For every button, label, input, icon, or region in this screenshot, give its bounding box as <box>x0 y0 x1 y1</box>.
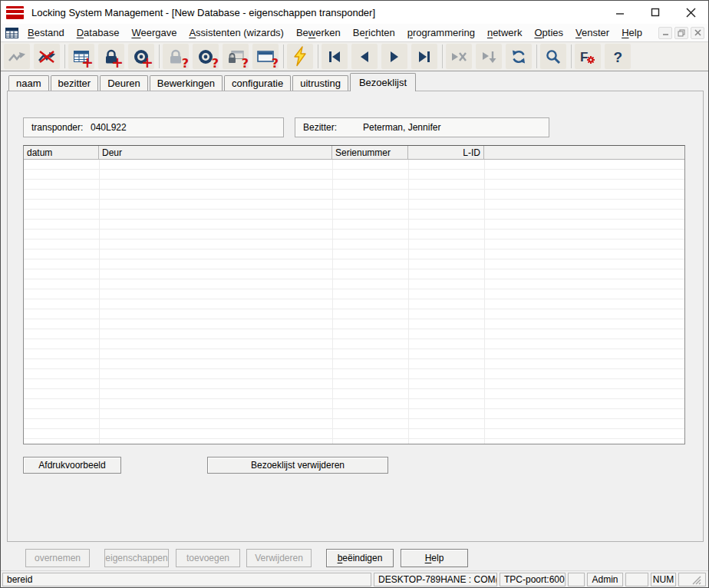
menu-assistenten-wizards[interactable]: Assistenten (wizards) <box>183 25 290 40</box>
maximize-icon <box>651 8 660 17</box>
toevoegen-button: toevoegen <box>176 549 240 567</box>
help-q-button[interactable]: ? <box>605 44 631 69</box>
menu-help[interactable]: Help <box>615 25 648 40</box>
lock-query-button[interactable]: ? <box>163 44 189 69</box>
status-resize-grip <box>678 573 706 586</box>
search-button[interactable] <box>540 44 566 69</box>
status-host-com: DESKTOP-789HANE : COM(*) <box>374 573 497 586</box>
lock-add-button[interactable]: + <box>98 44 124 69</box>
tab-bewerkingen[interactable]: Bewerkingen <box>150 75 223 91</box>
menu-berichten[interactable]: Berichten <box>347 25 401 40</box>
window-controls <box>602 1 708 24</box>
tab-bar: naambezitterDeurenBewerkingenconfigurati… <box>8 72 417 91</box>
print-preview-button[interactable]: Afdrukvoorbeeld <box>23 457 121 474</box>
resize-grip-icon[interactable] <box>692 576 701 586</box>
nav-last-button[interactable] <box>411 44 437 69</box>
toolbar-separator <box>318 45 318 68</box>
toolbar-separator <box>159 45 160 68</box>
question-overlay-icon: ? <box>272 58 279 70</box>
menu-database[interactable]: Database <box>71 25 126 40</box>
nav-skip-down-button <box>476 44 502 69</box>
maximize-button[interactable] <box>638 1 673 24</box>
search-icon <box>544 48 562 65</box>
mdi-restore-button[interactable] <box>674 27 688 39</box>
question-overlay-icon: ? <box>212 58 219 70</box>
menu-programmering[interactable]: programmering <box>401 25 481 40</box>
mdi-minimize-button[interactable] <box>658 27 672 39</box>
filter-gear-button[interactable]: F <box>575 44 601 69</box>
transponder-query-button[interactable]: ? <box>193 44 219 69</box>
table-add-button[interactable]: + <box>68 44 94 69</box>
mdi-close-icon <box>694 29 701 36</box>
jump-arrow-delete-icon <box>37 48 57 65</box>
statusbar: bereidDESKTOP-789HANE : COM(*)TPC-poort:… <box>1 570 708 587</box>
mdi-restore-icon <box>678 29 685 37</box>
menu-netwerk[interactable]: netwerk <box>481 25 529 40</box>
nav-next-button[interactable] <box>381 44 407 69</box>
minimize-button[interactable] <box>602 1 638 24</box>
menu-venster[interactable]: Venster <box>569 25 615 40</box>
close-button[interactable] <box>673 1 708 24</box>
nav-skip-down-icon <box>480 49 498 64</box>
window-query-button[interactable]: ? <box>252 44 279 69</box>
nav-last-icon <box>416 49 433 64</box>
menubar: BestandDatabaseWeergaveAssistenten (wiza… <box>1 24 708 41</box>
transponder-label: transponder: <box>31 122 83 133</box>
status-ready: bereid <box>2 573 371 586</box>
status-tpc-port: TPC-poort:6001 <box>500 573 566 586</box>
jump-arrow-icon <box>7 48 27 65</box>
eigenschappen-button: eigenschappen <box>104 549 169 567</box>
menu-opties[interactable]: Opties <box>528 25 569 40</box>
table-gridline <box>408 160 409 444</box>
status-num-lock: NUM <box>651 573 676 586</box>
transponder-add-button[interactable]: + <box>128 44 154 69</box>
filter-gear-icon: F <box>578 48 598 65</box>
verwijderen-button: Verwijderen <box>246 549 312 567</box>
tab-configuratie[interactable]: configuratie <box>224 75 291 91</box>
tab-uitrusting[interactable]: uitrusting <box>292 75 348 91</box>
tab-bezitter[interactable]: bezitter <box>51 75 99 91</box>
beindigen-button[interactable]: beëindigen <box>326 549 394 567</box>
column-header-datum[interactable]: datum <box>24 146 99 159</box>
titlebar: Locking System Management - [New Databas… <box>1 1 708 24</box>
column-header-deur[interactable]: Deur <box>99 146 332 159</box>
nav-first-icon <box>326 49 343 64</box>
tab-bezoeklijst[interactable]: Bezoeklijst <box>350 73 416 91</box>
jump-arrow-delete-button[interactable] <box>34 44 60 69</box>
nav-next-icon <box>386 49 403 64</box>
menu-weergave[interactable]: Weergave <box>125 25 183 40</box>
mdi-close-button[interactable] <box>691 27 704 39</box>
app-window: Locking System Management - [New Databas… <box>0 0 709 588</box>
column-header-filler <box>484 146 684 159</box>
refresh-button[interactable] <box>506 44 532 69</box>
menu-bewerken[interactable]: Bewerken <box>290 25 347 40</box>
document-icon <box>5 28 18 38</box>
toolbar-separator <box>64 45 65 68</box>
jump-arrow-button <box>4 44 30 69</box>
visit-table-body[interactable] <box>24 160 684 444</box>
tab-naam[interactable]: naam <box>8 75 49 91</box>
clear-visit-list-button[interactable]: Bezoeklijst verwijderen <box>207 457 388 474</box>
plus-overlay-icon: + <box>141 55 153 70</box>
lightning-button[interactable] <box>287 44 313 69</box>
toolbar-separator <box>536 45 537 68</box>
help-button[interactable]: Help <box>401 549 468 567</box>
toolbar-separator <box>442 45 443 68</box>
nav-skip-x-icon <box>450 49 468 64</box>
svg-text:?: ? <box>614 49 623 65</box>
nav-prev-button[interactable] <box>351 44 378 69</box>
nav-first-button[interactable] <box>322 44 348 69</box>
mdi-window-controls <box>658 27 708 39</box>
column-header-l-id[interactable]: L-ID <box>408 146 484 159</box>
toolbar: +++????F? <box>1 41 708 71</box>
tab-deuren[interactable]: Deuren <box>100 75 148 91</box>
footer-button-row: overnemeneigenschappentoevoegenVerwijder… <box>1 549 709 568</box>
table-gridline <box>484 160 485 444</box>
toolbar-separator <box>283 45 284 68</box>
lock-window-query-button[interactable]: ? <box>223 44 249 69</box>
table-gridline <box>99 160 100 444</box>
menu-bestand[interactable]: Bestand <box>21 25 71 40</box>
minimize-icon <box>615 8 625 17</box>
column-header-serienummer[interactable]: Serienummer <box>332 146 408 159</box>
owner-label: Bezitter: <box>303 122 337 133</box>
